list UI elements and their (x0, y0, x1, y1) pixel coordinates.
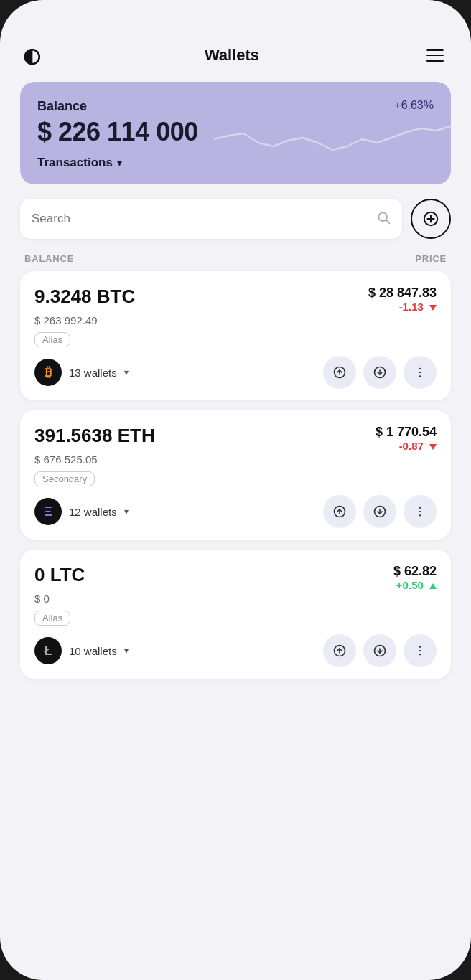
ltc-alias-tag: Alias (34, 611, 70, 626)
crypto-card-btc: 9.3248 BTC $ 28 847.83 -1.13 $ 263 992.4… (20, 271, 451, 400)
btc-coin-icon: ₿ (34, 359, 62, 386)
balance-card: Balance +6.63% $ 226 114 000 Transaction… (20, 82, 451, 184)
btc-wallet-count: 13 wallets (69, 367, 117, 379)
eth-coin-icon: Ξ (34, 498, 62, 525)
logo-icon: ◐ (23, 44, 40, 67)
eth-more-button[interactable] (404, 495, 437, 528)
svg-line-1 (386, 220, 389, 223)
ltc-coin-icon: Ł (34, 637, 62, 664)
page-title: Wallets (205, 46, 259, 65)
transactions-chevron-icon: ▾ (117, 157, 122, 169)
ltc-wallet-count: 10 wallets (69, 645, 117, 657)
svg-point-16 (419, 507, 421, 509)
crypto-list: 9.3248 BTC $ 28 847.83 -1.13 $ 263 992.4… (20, 271, 451, 679)
crypto-card-ltc: 0 LTC $ 62.82 +0.50 $ 0 Alias Ł 10 walle… (20, 550, 451, 679)
btc-usd-value: $ 263 992.49 (34, 314, 437, 326)
eth-price: $ 1 770.54 (376, 425, 437, 440)
price-column-header: PRICE (415, 253, 447, 264)
transactions-label: Transactions (37, 156, 113, 170)
eth-wallets-chevron-icon: ▾ (124, 507, 129, 517)
svg-point-24 (419, 650, 421, 651)
btc-wallets-chevron-icon: ▾ (124, 367, 129, 377)
ltc-wallet-info[interactable]: Ł 10 wallets ▾ (34, 637, 129, 664)
svg-point-18 (419, 514, 421, 516)
svg-point-23 (419, 646, 421, 648)
app-header: ◐ Wallets (20, 36, 451, 82)
svg-point-9 (419, 368, 421, 369)
svg-point-25 (419, 654, 421, 655)
btc-wallet-info[interactable]: ₿ 13 wallets ▾ (34, 359, 129, 386)
ltc-wallets-chevron-icon: ▾ (124, 646, 129, 656)
btc-send-button[interactable] (323, 356, 356, 389)
ltc-change: +0.50 (396, 579, 437, 591)
search-box[interactable] (20, 199, 402, 239)
svg-point-11 (419, 375, 421, 377)
eth-send-button[interactable] (323, 495, 356, 528)
eth-change: -0.87 (399, 440, 437, 452)
ltc-more-button[interactable] (404, 634, 437, 667)
ltc-usd-value: $ 0 (34, 593, 437, 605)
eth-amount: 391.5638 ETH (34, 425, 155, 447)
eth-wallet-info[interactable]: Ξ 12 wallets ▾ (34, 498, 129, 525)
eth-receive-button[interactable] (363, 495, 396, 528)
btc-amount: 9.3248 BTC (34, 286, 135, 308)
balance-column-header: BALANCE (24, 253, 74, 264)
add-wallet-button[interactable] (411, 199, 451, 239)
btc-change: -1.13 (399, 301, 437, 313)
search-input[interactable] (32, 212, 376, 226)
ltc-amount: 0 LTC (34, 564, 85, 586)
balance-chart (214, 103, 451, 168)
btc-price: $ 28 847.83 (368, 286, 437, 301)
balance-label: Balance (37, 99, 87, 114)
search-icon (376, 210, 391, 228)
svg-point-17 (419, 511, 421, 512)
btc-receive-button[interactable] (363, 356, 396, 389)
eth-wallet-count: 12 wallets (69, 506, 117, 518)
crypto-card-eth: 391.5638 ETH $ 1 770.54 -0.87 $ 676 525.… (20, 410, 451, 540)
ltc-send-button[interactable] (323, 634, 356, 667)
eth-change-down-icon (429, 444, 437, 450)
btc-change-down-icon (429, 305, 437, 311)
ltc-receive-button[interactable] (363, 634, 396, 667)
eth-usd-value: $ 676 525.05 (34, 453, 437, 466)
column-headers: BALANCE PRICE (20, 243, 451, 271)
svg-point-0 (378, 212, 387, 221)
btc-more-button[interactable] (404, 356, 437, 389)
menu-button[interactable] (424, 43, 448, 67)
eth-alias-tag: Secondary (34, 471, 95, 486)
ltc-change-up-icon (429, 583, 437, 589)
svg-point-10 (419, 372, 421, 373)
search-row (20, 199, 451, 239)
ltc-price: $ 62.82 (393, 564, 437, 579)
btc-alias-tag: Alias (34, 332, 70, 347)
